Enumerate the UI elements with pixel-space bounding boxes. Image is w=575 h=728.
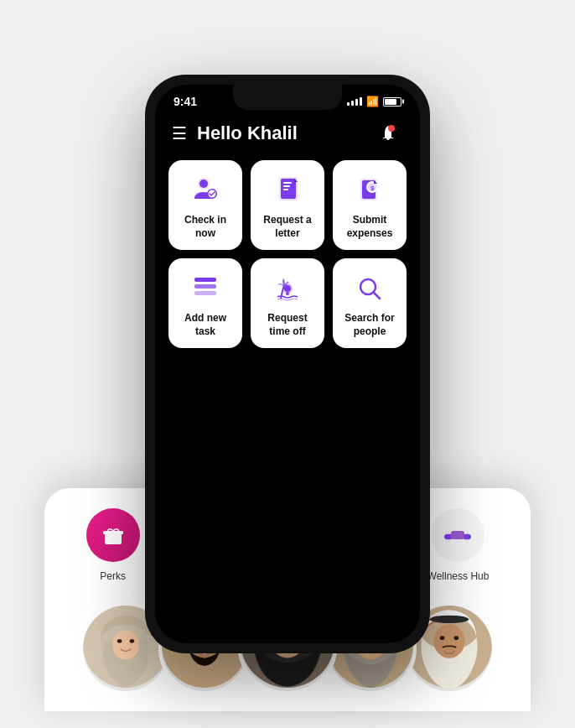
svg-point-46	[388, 125, 395, 132]
menu-button[interactable]: ☰	[172, 123, 187, 143]
svg-point-48	[199, 179, 208, 188]
svg-text:$: $	[370, 185, 375, 192]
svg-point-44	[440, 636, 445, 640]
action-add-task[interactable]: Add new task	[168, 258, 242, 348]
svg-point-45	[454, 636, 459, 640]
phone-screen: 9:41 📶 ☰ He	[155, 85, 420, 643]
svg-point-42	[430, 616, 469, 623]
battery-icon	[383, 97, 401, 107]
svg-point-24	[117, 639, 122, 643]
action-request-timeoff[interactable]: Request time off	[251, 258, 324, 348]
checkin-icon	[189, 174, 222, 207]
timeoff-icon	[271, 272, 304, 305]
action-request-letter[interactable]: Request a letter	[251, 160, 324, 250]
search-label: Search for people	[339, 312, 400, 338]
app-header: ☰ Hello Khalil	[155, 112, 420, 160]
letter-label: Request a letter	[257, 214, 318, 240]
service-item-wellness[interactable]: Wellness Hub	[427, 508, 490, 582]
wifi-icon: 📶	[366, 96, 379, 107]
svg-rect-63	[194, 291, 216, 295]
header-title: Hello Khalil	[197, 122, 298, 144]
svg-rect-55	[283, 189, 288, 190]
svg-rect-17	[451, 531, 464, 539]
signal-icon	[347, 97, 362, 106]
perks-label: Perks	[100, 570, 126, 582]
svg-point-25	[130, 639, 135, 643]
expenses-label: Submit expenses	[339, 214, 400, 240]
letter-icon	[271, 174, 304, 207]
perks-icon-wrap	[86, 508, 140, 562]
svg-rect-1	[103, 531, 123, 534]
svg-rect-53	[283, 182, 292, 184]
svg-rect-54	[283, 185, 290, 187]
timeoff-label: Request time off	[257, 312, 318, 338]
search-icon	[353, 272, 386, 305]
status-time: 9:41	[174, 95, 197, 108]
svg-rect-62	[194, 284, 216, 289]
perks-icon	[101, 523, 126, 548]
checkin-label: Check in now	[175, 214, 236, 240]
header-left: ☰ Hello Khalil	[172, 122, 298, 144]
scene: Perks Online Pha	[0, 0, 575, 728]
svg-point-18	[446, 534, 451, 539]
task-icon	[189, 272, 222, 305]
task-label: Add new task	[175, 312, 236, 338]
phone: 9:41 📶 ☰ He	[145, 75, 430, 653]
expenses-icon: $	[353, 174, 386, 207]
wellness-label: Wellness Hub	[427, 570, 490, 582]
svg-rect-52	[281, 179, 296, 199]
status-icons: 📶	[347, 96, 401, 107]
wellness-icon	[443, 520, 473, 550]
wellness-icon-wrap	[431, 508, 484, 562]
svg-point-66	[284, 285, 291, 292]
action-check-in[interactable]: Check in now	[168, 160, 242, 250]
service-item-perks[interactable]: Perks	[86, 508, 140, 582]
actions-grid: Check in now	[155, 160, 420, 348]
svg-point-23	[112, 630, 139, 659]
action-submit-expenses[interactable]: $ Submit expenses	[333, 160, 407, 250]
notch	[233, 85, 342, 110]
action-search-people[interactable]: Search for people	[333, 258, 407, 348]
svg-rect-0	[105, 533, 122, 544]
svg-point-19	[464, 534, 469, 539]
svg-rect-61	[194, 278, 216, 282]
bell-button[interactable]	[373, 118, 403, 148]
